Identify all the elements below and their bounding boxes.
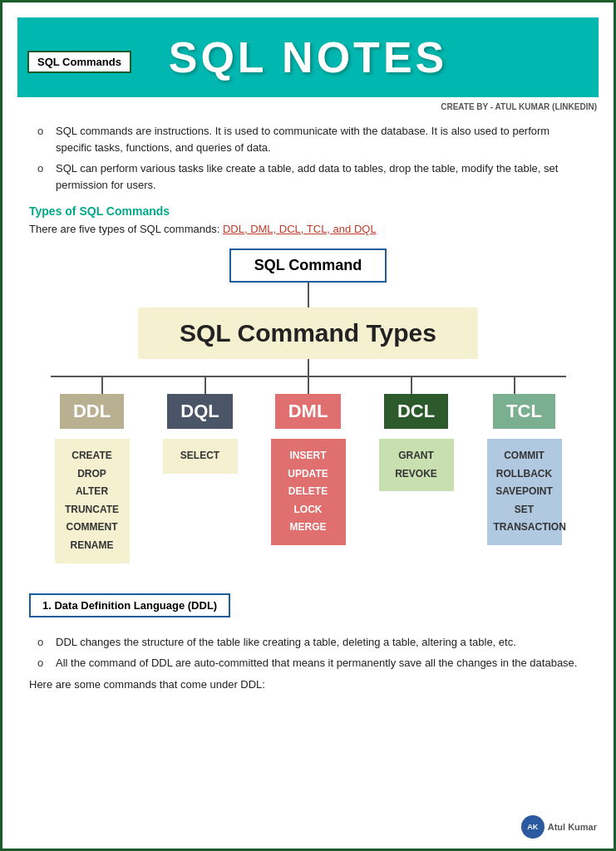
- type-label-tcl: TCL: [493, 394, 555, 429]
- type-label-ddl: DDL: [60, 394, 124, 429]
- type-commands-ddl: CREATEDROPALTERTRUNCATECOMMENTRENAME: [55, 439, 130, 563]
- type-label-dcl: DCL: [384, 394, 448, 429]
- v-drop-dql: [205, 377, 206, 394]
- intro-list: SQL commands are instructions. It is use…: [37, 123, 587, 193]
- type-label-dql: DQL: [167, 394, 232, 429]
- connector-v2: [308, 359, 309, 376]
- v-drop-tcl: [514, 377, 515, 394]
- create-by-text: CREATE BY - ATUL KUMAR (LINKEDIN): [2, 102, 597, 111]
- type-col-dql: DQL SELECT: [146, 394, 254, 563]
- type-col-ddl: DDL CREATEDROPALTERTRUNCATECOMMENTRENAME: [38, 394, 146, 563]
- ddl-bullet-1: DDL changes the structure of the table l…: [37, 634, 587, 651]
- types-link[interactable]: DDL, DML, DCL, TCL, and DQL: [223, 223, 377, 235]
- ddl-footer-text: Here are some commands that come under D…: [29, 678, 587, 691]
- connector-v1: [308, 283, 309, 307]
- type-commands-tcl: COMMITROLLBACKSAVEPOINTSET TRANSACTION: [487, 439, 562, 545]
- type-col-tcl: TCL COMMITROLLBACKSAVEPOINTSET TRANSACTI…: [471, 394, 579, 563]
- sql-command-box: SQL Command: [229, 248, 387, 283]
- cmd-types-heading: SQL Command Types: [138, 307, 478, 359]
- type-col-dcl: DCL GRANTREVOKE: [362, 394, 471, 563]
- type-commands-dcl: GRANTREVOKE: [379, 439, 454, 491]
- v-drop-dml: [308, 377, 309, 394]
- sql-commands-badge: SQL Commands: [27, 51, 131, 73]
- ddl-bullet-list: DDL changes the structure of the table l…: [37, 634, 587, 671]
- five-types-text: There are five types of SQL commands: DD…: [29, 223, 587, 235]
- v-drop-ddl: [101, 377, 103, 394]
- logo-text: Atul Kumar: [548, 822, 597, 832]
- footer-logo: AK Atul Kumar: [521, 815, 597, 839]
- intro-item-2: SQL can perform various tasks like creat…: [37, 160, 587, 193]
- ddl-section-badge: 1. Data Definition Language (DDL): [29, 593, 230, 617]
- logo-icon: AK: [521, 815, 545, 839]
- ddl-bullet-2: All the command of DDL are auto-committe…: [37, 655, 587, 671]
- type-boxes-row: DDL CREATEDROPALTERTRUNCATECOMMENTRENAME…: [34, 394, 583, 563]
- main-content: SQL commands are instructions. It is use…: [2, 111, 614, 707]
- diagram-container: SQL Command SQL Command Types: [29, 248, 587, 563]
- type-label-dml: DML: [275, 394, 342, 429]
- h-connector: [51, 376, 566, 377]
- type-commands-dql: SELECT: [163, 439, 238, 474]
- type-col-dml: DML INSERTUPDATEDELETELOCKMERGE: [254, 394, 362, 563]
- v-drops: [51, 377, 566, 394]
- v-drop-dcl: [411, 377, 412, 394]
- intro-item-1: SQL commands are instructions. It is use…: [37, 123, 587, 155]
- types-heading: Types of SQL Commands: [29, 204, 587, 218]
- type-commands-dml: INSERTUPDATEDELETELOCKMERGE: [271, 439, 346, 545]
